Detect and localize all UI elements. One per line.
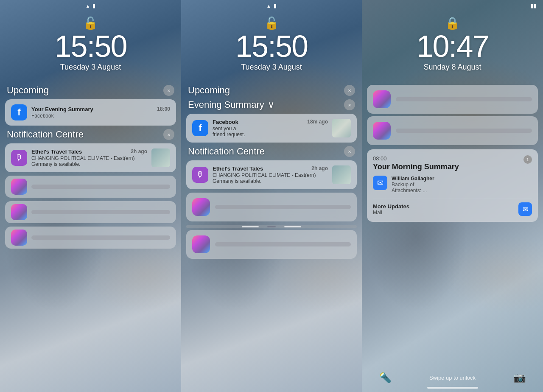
mail-icon-3: ✉	[373, 176, 387, 190]
wifi-icon-1: ▲	[86, 3, 90, 8]
podcast-notif-card-1[interactable]: 🎙 Ethel's Travel Tales 2h ago CHANGING P…	[5, 143, 176, 172]
shortcuts-blurred-2a[interactable]	[186, 193, 357, 221]
podcast-notif-title-text-1: Ethel's Travel Tales	[31, 148, 82, 155]
blurred-content-2a	[215, 205, 351, 209]
notif-centre-title-1: Notification Centre	[7, 129, 84, 140]
podcast-notif-card-2[interactable]: 🎙 Ethel's Travel Tales 2h ago CHANGING P…	[186, 160, 357, 189]
podcast-thumb-1	[151, 148, 170, 167]
mail-preview-3: Attachments: ...	[392, 188, 532, 193]
upcoming-header-2: Upcoming ×	[186, 85, 357, 96]
mail-subject-text-3: Backup of	[392, 182, 414, 188]
shortcuts-icon-1b	[11, 204, 27, 220]
facebook-notif-title-2: Facebook 18m ago	[213, 119, 328, 125]
shortcuts-blurred-3a[interactable]	[367, 85, 538, 114]
podcast-notif-title-1: Ethel's Travel Tales 2h ago	[31, 148, 147, 155]
notifications-area-1: Upcoming × f Your Evening Summary 18:00 …	[5, 85, 176, 252]
shortcuts-blurred-2b[interactable]	[186, 230, 357, 259]
status-bar-3: ▮▮	[362, 0, 543, 12]
facebook-notif-title-1: Your Evening Summary 18:00	[31, 106, 170, 112]
facebook-icon-1: f	[11, 104, 27, 120]
blurred-content-3b	[396, 129, 532, 133]
close-icon-5: ×	[348, 148, 351, 155]
close-icon-1: ×	[167, 87, 171, 94]
bottom-bar-3: 🔦 Swipe up to unlock 📷	[362, 372, 543, 384]
time-display-1: 15:50	[54, 29, 126, 64]
lock-icon-3: 🔒	[445, 16, 460, 30]
shortcuts-blurred-3b[interactable]	[367, 116, 538, 145]
morning-summary-card-3[interactable]: 1 08:00 Your Morning Summary ✉ William G…	[367, 149, 538, 222]
shortcuts-blurred-1c[interactable]	[5, 227, 176, 249]
blurred-content-3a	[396, 97, 532, 101]
upcoming-header-1: Upcoming ×	[5, 85, 176, 96]
shortcuts-icon-1c	[11, 230, 27, 246]
shortcuts-blurred-1a[interactable]	[5, 176, 176, 198]
status-bar-content-2: ▲ ▮	[266, 3, 277, 9]
upcoming-close-btn-1[interactable]: ×	[163, 85, 174, 96]
facebook-line1-2: sent you a	[213, 126, 236, 132]
notif-centre-close-btn-1[interactable]: ×	[163, 129, 174, 140]
podcast-notif-time-1: 2h ago	[131, 148, 147, 154]
morning-title-3: Your Morning Summary	[373, 162, 532, 171]
notifications-area-3: 1 08:00 Your Morning Summary ✉ William G…	[367, 85, 538, 225]
facebook-notif-card-2[interactable]: f Facebook 18m ago sent you a friend req…	[186, 114, 357, 143]
mail-content-3: William Gallagher Backup of Attachments:…	[392, 176, 532, 193]
mail-icon-sm-3: ✉	[518, 202, 532, 216]
facebook-icon-2: f	[192, 120, 208, 136]
mail-notif-3: ✉ William Gallagher Backup of Attachment…	[373, 176, 532, 193]
camera-icon-3[interactable]: 📷	[513, 372, 526, 384]
facebook-time-ago-2: 18m ago	[307, 119, 328, 125]
time-display-3: 10:47	[416, 29, 488, 64]
phone-panel-1: ▲ ▮ 🔓 15:50 Tuesday 3 August Upcoming × …	[0, 0, 181, 392]
facebook-notif-content-1: Your Evening Summary 18:00 Facebook	[31, 106, 170, 119]
morning-badge-3: 1	[523, 155, 532, 164]
divider-3	[373, 198, 532, 198]
status-bar-1: ▲ ▮	[0, 0, 181, 12]
status-bar-content-1: ▲ ▮	[86, 3, 96, 9]
notif-centre-title-2: Notification Centre	[188, 146, 265, 157]
shortcuts-icon-2a	[192, 198, 210, 216]
upcoming-close-btn-2[interactable]: ×	[344, 85, 355, 96]
podcast-icon-1: 🎙	[11, 150, 27, 166]
morning-time-3: 08:00	[373, 155, 532, 162]
podcast-notif-title-2: Ethel's Travel Tales 2h ago	[213, 165, 328, 172]
blurred-content-1c	[31, 235, 170, 240]
notif-centre-header-2: Notification Centre ×	[186, 146, 357, 157]
blurred-content-2b	[215, 242, 351, 246]
phone-panel-3: ▮▮ 🔒 10:47 Sunday 8 August 1 08:00 Your …	[362, 0, 543, 392]
evening-summary-title-2[interactable]: Evening Summary ∨	[188, 99, 274, 110]
notifications-area-2: Upcoming × Evening Summary ∨ × f Faceboo…	[186, 85, 357, 262]
swipe-hint-2	[186, 225, 357, 228]
podcast-notif-content-1: Ethel's Travel Tales 2h ago CHANGING POL…	[31, 148, 147, 167]
more-updates-3[interactable]: More Updates Mail ✉	[373, 202, 532, 216]
podcast-notif-title-text-2: Ethel's Travel Tales	[213, 165, 263, 172]
battery-icon-1: ▮	[92, 3, 95, 9]
more-updates-text-3: More Updates Mail	[373, 203, 409, 216]
phone-panel-2: ▲ ▮ 🔓 15:50 Tuesday 3 August Upcoming × …	[181, 0, 362, 392]
swipe-text-3: Swipe up to unlock	[429, 375, 476, 381]
evening-summary-header-2: Evening Summary ∨ ×	[186, 99, 357, 110]
notif-centre-close-btn-2[interactable]: ×	[344, 146, 355, 157]
close-icon-2: ×	[167, 132, 171, 138]
date-display-1: Tuesday 3 August	[60, 63, 121, 72]
mail-sender-3: William Gallagher	[392, 176, 532, 182]
shortcuts-icon-3b	[373, 122, 391, 140]
podcast-notif-subtitle-2: CHANGING POLITICAL CLIMATE - East(ern) G…	[213, 172, 328, 184]
evening-summary-close-btn-2[interactable]: ×	[344, 99, 355, 110]
shortcuts-blurred-1b[interactable]	[5, 201, 176, 223]
podcast-thumb-2	[332, 165, 351, 184]
facebook-thumb-2	[332, 119, 351, 137]
mail-subject-3: Backup of	[392, 182, 532, 188]
facebook-notif-card-1[interactable]: f Your Evening Summary 18:00 Facebook	[5, 99, 176, 126]
facebook-notif-title-text-1: Your Evening Summary	[31, 106, 93, 112]
date-display-2: Tuesday 3 August	[241, 63, 302, 72]
upcoming-title-2: Upcoming	[188, 85, 230, 96]
battery-icon-3: ▮▮	[530, 3, 536, 9]
facebook-line2-2: friend request.	[213, 132, 245, 137]
more-updates-title-3: More Updates	[373, 203, 409, 210]
podcast-notif-subtitle-1: CHANGING POLITICAL CLIMATE - East(ern) G…	[31, 155, 147, 167]
time-display-2: 15:50	[235, 29, 308, 64]
blurred-content-1b	[31, 210, 170, 214]
shortcuts-icon-1a	[11, 179, 27, 195]
evening-summary-label-2: Evening Summary	[188, 99, 264, 110]
flashlight-icon-3[interactable]: 🔦	[379, 372, 392, 384]
